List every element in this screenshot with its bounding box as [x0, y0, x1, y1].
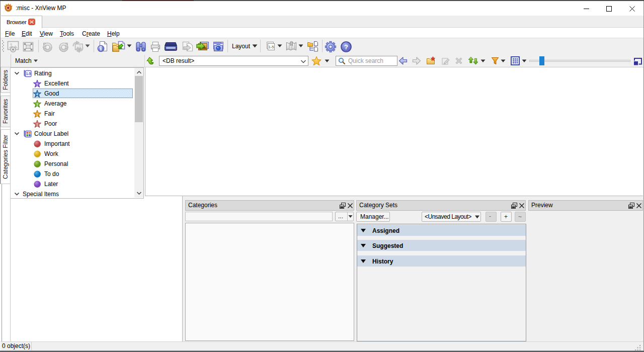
svg-text:3: 3 — [36, 103, 38, 106]
svg-text:1: 1 — [36, 123, 38, 126]
svg-text:?: ? — [344, 43, 348, 51]
svg-text:2: 2 — [36, 113, 38, 116]
svg-text:5: 5 — [36, 82, 38, 86]
svg-text:4: 4 — [36, 93, 38, 96]
svg-text:1-5: 1-5 — [269, 45, 274, 49]
svg-text:1-5: 1-5 — [26, 72, 31, 75]
